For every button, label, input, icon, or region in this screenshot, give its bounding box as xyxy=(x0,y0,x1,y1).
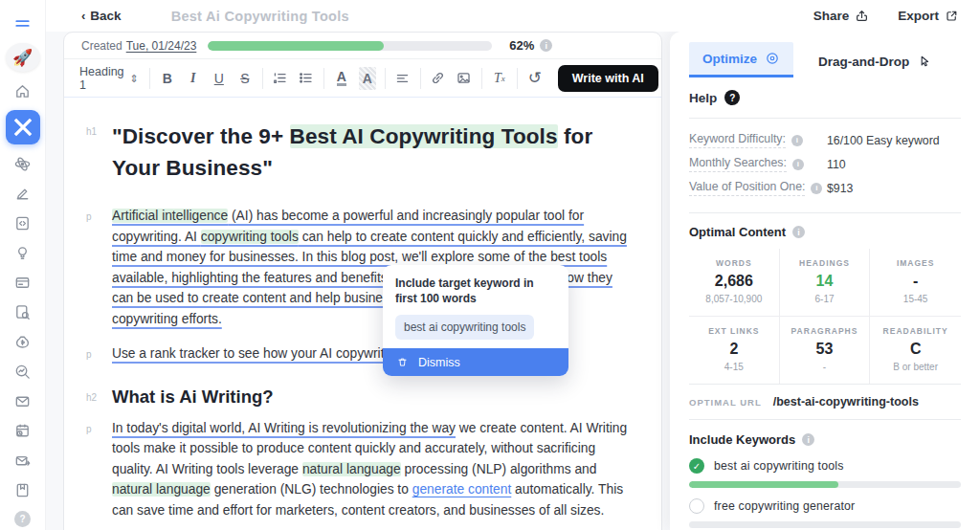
inline-link[interactable]: generate content xyxy=(412,482,512,497)
back-label: Back xyxy=(90,9,121,23)
help-question-icon xyxy=(724,90,740,105)
top-bar: ‹ Back Best Ai Copywriting Tools Share E… xyxy=(46,0,980,32)
keyword-checked-icon[interactable] xyxy=(689,458,704,474)
ordered-list-button[interactable] xyxy=(272,67,289,90)
optimal-content-title: Optimal Content xyxy=(689,225,786,239)
bullet-list-button[interactable] xyxy=(298,67,315,90)
sidebar-item-scheduler[interactable] xyxy=(7,420,39,441)
stat-images: IMAGES - 15-45 xyxy=(870,249,961,317)
block-format-select[interactable]: Heading 1 xyxy=(78,65,141,92)
block-tag-label: h2 xyxy=(83,386,112,408)
document-h2[interactable]: What is Ai Writing? xyxy=(112,386,635,408)
sidebar-item-writing[interactable] xyxy=(7,183,39,204)
sidebar-item-content-tools-active[interactable] xyxy=(6,110,40,144)
share-icon xyxy=(855,9,869,23)
stat-value: 53 xyxy=(784,341,866,358)
insert-image-button[interactable] xyxy=(456,67,473,90)
sidebar-item-saved-content[interactable] xyxy=(7,479,39,500)
menu-icon[interactable] xyxy=(7,13,39,34)
toolbar-divider xyxy=(149,68,150,89)
keyword-progressbar xyxy=(689,481,961,488)
write-with-ai-button[interactable]: Write with AI xyxy=(558,65,658,92)
sidebar-item-ai-atom[interactable] xyxy=(7,153,39,174)
dismiss-button[interactable]: Dismiss xyxy=(383,348,568,376)
stat-paragraphs: PARAGRAPHS 53 - xyxy=(780,317,871,384)
progress-info-icon[interactable] xyxy=(540,39,552,52)
share-button[interactable]: Share xyxy=(813,9,870,23)
highlight-color-button[interactable] xyxy=(359,67,376,90)
keyword-highlight: copywriting tools xyxy=(201,230,299,244)
suggestion-tooltip: Include target keyword in first 100 word… xyxy=(383,265,568,376)
created-date-link[interactable]: Tue, 01/24/23 xyxy=(126,39,197,53)
undo-button[interactable] xyxy=(526,67,544,90)
sidebar-item-meta-content[interactable] xyxy=(7,212,39,233)
rocket-logo-icon[interactable]: 🚀 xyxy=(6,43,40,72)
editor-toolbar: Heading 1 xyxy=(64,59,661,98)
metric-row-position-one-value: Value of Position One: $913 xyxy=(689,176,961,200)
editor-card: Created Tue, 01/24/23 62% Heading 1 xyxy=(63,32,662,530)
include-keywords-header: Include Keywords xyxy=(689,432,961,447)
strikethrough-button[interactable] xyxy=(236,67,254,90)
document-title: Best Ai Copywriting Tools xyxy=(171,9,349,24)
sidebar-item-rank-tracking[interactable] xyxy=(7,361,39,382)
optimize-target-icon xyxy=(765,51,780,66)
sidebar-item-billing-card[interactable] xyxy=(7,272,39,293)
stat-range: 8,057-10,900 xyxy=(693,294,775,304)
export-label: Export xyxy=(898,9,939,23)
keyword-item: best ai copywriting tools xyxy=(689,457,961,488)
paragraph-text: generation (NLG) technologies to xyxy=(211,482,412,497)
heading-block: h2 What is Ai Writing? xyxy=(83,386,635,408)
keywords-list: best ai copywriting tools free copywriti… xyxy=(689,457,961,530)
info-icon[interactable] xyxy=(791,135,803,146)
align-button[interactable] xyxy=(394,67,412,90)
toolbar-divider xyxy=(262,68,263,89)
panel-help[interactable]: Help xyxy=(689,90,961,105)
sidebar-item-mail[interactable] xyxy=(7,390,39,411)
italic-button[interactable] xyxy=(185,67,202,90)
export-button[interactable]: Export xyxy=(898,9,959,23)
drag-cursor-icon xyxy=(917,54,932,69)
toolbar-divider xyxy=(481,68,482,89)
sidebar-item-keyword-value[interactable] xyxy=(7,331,39,352)
tab-optimize[interactable]: Optimize xyxy=(689,42,793,77)
sidebar-item-page-audit[interactable] xyxy=(7,301,39,322)
select-arrows-icon xyxy=(130,72,139,85)
info-icon[interactable] xyxy=(802,433,814,446)
created-label: Created xyxy=(81,39,122,53)
underline-button[interactable] xyxy=(211,67,228,90)
stat-value: 2 xyxy=(693,341,775,358)
info-icon[interactable] xyxy=(792,226,805,238)
sidebar-item-home[interactable] xyxy=(7,80,39,101)
keyword-metrics: Keyword Difficulty: 16/100 Easy keyword … xyxy=(689,128,961,200)
insert-link-button[interactable] xyxy=(430,67,447,90)
optimal-url-label: OPTIMAL URL xyxy=(689,397,762,408)
document-body[interactable]: h1 "Discover the 9+ Best AI Copywriting … xyxy=(64,98,661,530)
stat-label: PARAGRAPHS xyxy=(784,326,866,336)
tab-drag-and-drop[interactable]: Drag-and-Drop xyxy=(818,45,946,77)
bold-button[interactable] xyxy=(159,67,176,90)
keyword-item: free copywriting generator xyxy=(689,497,961,528)
back-button[interactable]: ‹ Back xyxy=(81,9,122,23)
sidebar-item-ideas-lightbulb[interactable] xyxy=(7,242,39,263)
tab-optimize-label: Optimize xyxy=(702,52,757,66)
sidebar-item-outreach[interactable] xyxy=(7,450,39,471)
keyword-highlight: Artificial intelligence xyxy=(112,209,228,223)
info-icon[interactable] xyxy=(811,183,822,194)
heading-block: h1 "Discover the 9+ Best AI Copywriting … xyxy=(83,121,635,184)
toolbar-divider xyxy=(323,68,324,89)
text-color-button[interactable] xyxy=(333,67,350,90)
document-h1[interactable]: "Discover the 9+ Best AI Copywriting Too… xyxy=(112,121,635,184)
sidebar-help-icon[interactable] xyxy=(7,509,39,530)
suggestion-keyword-pill[interactable]: best ai copywriting tools xyxy=(395,315,534,340)
block-tag-label: p xyxy=(83,206,112,329)
app-root: 🚀 xyxy=(0,0,980,530)
block-tag-label: p xyxy=(83,343,112,364)
clear-formatting-button[interactable] xyxy=(491,67,508,90)
topbar-actions: Share Export xyxy=(813,9,980,23)
paragraph-block: p In today's digital world, AI Writing i… xyxy=(83,418,635,521)
keyword-highlight: natural language xyxy=(302,462,401,476)
stat-range: B or better xyxy=(874,362,957,372)
paragraph-3[interactable]: In today's digital world, AI Writing is … xyxy=(112,418,635,521)
info-icon[interactable] xyxy=(792,159,804,170)
keyword-unchecked-icon[interactable] xyxy=(689,498,704,514)
